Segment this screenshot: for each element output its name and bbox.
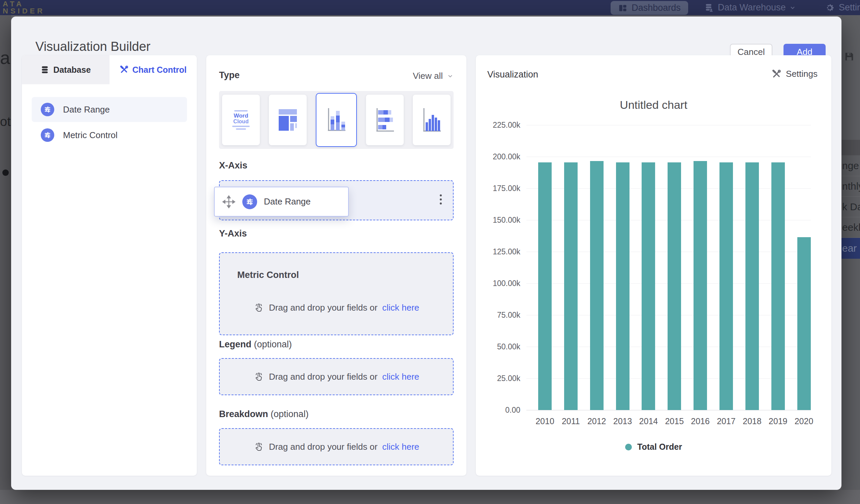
field-item-date-range[interactable]: Date Range — [32, 97, 187, 122]
field-item-label: Date Range — [63, 104, 110, 115]
click-here-link[interactable]: click here — [382, 372, 419, 382]
logo-line2: NSIDER — [3, 8, 45, 14]
gear-icon — [825, 3, 835, 13]
fields-tabbar: Database Chart Control — [22, 55, 197, 84]
nav-dashboards[interactable]: Dashboards — [611, 1, 688, 15]
background-bullet — [2, 170, 9, 176]
modal-title: Visualization Builder — [35, 40, 150, 54]
tools-icon — [120, 66, 128, 74]
fields-panel: Database Chart Control Date Range — [22, 55, 197, 476]
nav-dashboards-label: Dashboards — [632, 3, 681, 13]
background-text-fragment: al — [0, 47, 11, 68]
chart-ytick-label: 0.00 — [476, 406, 520, 415]
stacked-bar-thumbnail — [374, 105, 396, 134]
breakdown-dropzone[interactable]: Drag and drop your fields or click here — [219, 428, 454, 465]
chart-ytick-label: 150.00k — [476, 216, 520, 225]
chart-xtick-label: 2014 — [635, 416, 662, 426]
chevron-down-icon — [447, 73, 453, 79]
field-item-label: Metric Control — [63, 130, 118, 141]
visualization-panel: Visualization Settings Untitled chart 22… — [476, 55, 831, 476]
background-bottom-strip — [0, 490, 860, 504]
click-hand-icon — [254, 302, 264, 313]
legend-dot — [625, 444, 632, 450]
sliders-icon — [41, 128, 54, 142]
chart-xtick-label: 2015 — [661, 416, 688, 426]
chart-bar-2013 — [616, 162, 630, 410]
view-all-label: View all — [413, 71, 443, 81]
view-all-dropdown[interactable]: View all — [413, 71, 453, 81]
chart-bar-2011 — [564, 162, 578, 410]
y-axis-zone-title: Metric Control — [237, 270, 299, 280]
chart-bar-2015 — [668, 162, 681, 410]
nav-data-warehouse-label: Data Warehouse — [718, 2, 786, 13]
background-menu-item: k Date — [842, 197, 860, 217]
y-axis-heading: Y-Axis — [219, 228, 247, 239]
chart-bar-2020 — [797, 237, 811, 410]
chart-xtick-label: 2017 — [713, 416, 740, 426]
chart-type-card-stacked-column[interactable] — [316, 93, 357, 147]
click-here-link[interactable]: click here — [382, 303, 419, 313]
kebab-menu-icon[interactable] — [440, 192, 442, 206]
visualization-builder-modal: Visualization Builder Cancel Add Databas… — [11, 16, 842, 490]
chart-xtick-label: 2020 — [791, 416, 818, 426]
app-logo: ATA NSIDER — [3, 0, 45, 14]
chart-bar-2014 — [642, 162, 655, 410]
field-item-metric-control[interactable]: Metric Control — [32, 123, 187, 147]
database-icon — [40, 66, 49, 74]
chart-type-card-histogram[interactable] — [413, 95, 450, 145]
chart-xtick-label: 2018 — [739, 416, 766, 426]
chart-type-card-stacked-bar[interactable] — [366, 95, 404, 145]
drop-text: Drag and drop your fields or — [269, 372, 377, 382]
x-axis-heading: X-Axis — [219, 160, 247, 171]
background-right-strip: nge nthly k Date eekly ear — [842, 15, 860, 490]
sliders-icon — [242, 195, 257, 209]
chart-bar-2017 — [719, 162, 733, 410]
dragged-field-chip-date-range[interactable]: Date Range — [214, 187, 349, 217]
builder-panel: Type View all Word Cloud — [206, 55, 467, 476]
click-here-link[interactable]: click here — [382, 442, 419, 452]
background-text-fragment: ota — [0, 115, 11, 129]
chart-ytick-label: 75.00k — [476, 311, 520, 320]
chart-bar-2018 — [745, 162, 759, 410]
chart-legend[interactable]: Total Order — [476, 442, 831, 452]
top-nav: ATA NSIDER Dashboards Data Warehouse Set… — [0, 0, 860, 15]
chart-type-card-word-cloud[interactable]: Word Cloud — [222, 95, 260, 145]
chart-bar-2016 — [693, 161, 707, 410]
background-band — [842, 140, 860, 155]
tab-chart-control-label: Chart Control — [132, 65, 187, 75]
click-hand-icon — [254, 441, 264, 452]
chart-gridline — [526, 125, 811, 125]
x-axis-dropzone[interactable]: Date Range Date Range — [219, 180, 454, 220]
chart-bar-2019 — [771, 162, 785, 410]
chart-xtick-label: 2011 — [557, 416, 584, 426]
tab-chart-control[interactable]: Chart Control — [110, 55, 197, 84]
chart-xtick-label: 2012 — [583, 416, 610, 426]
chart-gridline — [526, 410, 811, 411]
type-heading: Type — [219, 70, 240, 81]
legend-series-label: Total Order — [637, 442, 682, 452]
nav-data-warehouse[interactable]: Data Warehouse — [704, 0, 795, 15]
sliders-icon — [41, 103, 54, 116]
background-menu-item: eekly — [842, 217, 860, 238]
histogram-thumbnail — [420, 105, 443, 134]
background-menu-item: nge — [842, 156, 860, 176]
nav-settings[interactable]: Settin — [825, 0, 860, 15]
screen: ATA NSIDER Dashboards Data Warehouse Set… — [0, 0, 860, 504]
chart-xtick-label: 2016 — [687, 416, 714, 426]
chart-type-card-treemap[interactable] — [269, 95, 307, 145]
background-menu-item-selected: ear — [842, 238, 860, 259]
chart-ytick-label: 175.00k — [476, 184, 520, 193]
data-warehouse-icon — [704, 3, 714, 13]
y-axis-dropzone[interactable]: Metric Control Drag and drop your fields… — [219, 252, 454, 335]
drop-text: Drag and drop your fields or — [269, 442, 377, 452]
word-cloud-thumbnail: Word Cloud — [232, 109, 250, 131]
chart-xtick-label: 2013 — [609, 416, 636, 426]
move-icon — [222, 195, 235, 208]
chart-ytick-label: 125.00k — [476, 247, 520, 256]
chart-xtick-label: 2010 — [531, 416, 558, 426]
chart-type-strip: Word Cloud — [219, 91, 454, 149]
tab-database[interactable]: Database — [22, 55, 110, 84]
legend-dropzone[interactable]: Drag and drop your fields or click here — [219, 358, 454, 395]
stacked-column-thumbnail — [325, 105, 347, 134]
chart-bar-2012 — [590, 161, 604, 410]
